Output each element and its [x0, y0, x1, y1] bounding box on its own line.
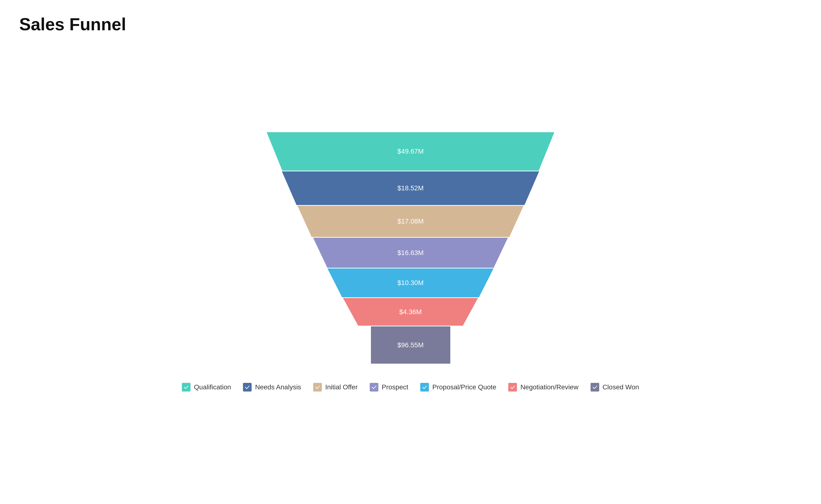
- segment-value-needs-analysis: $18.52M: [397, 184, 424, 192]
- funnel-wrapper: $49.67M $18.52M $17.08M $16.63M $10.30M …: [19, 132, 802, 364]
- legend-checkbox-needs-analysis: [243, 383, 252, 392]
- legend-label-initial-offer: Initial Offer: [325, 383, 358, 391]
- legend-checkbox-prospect: [370, 383, 378, 392]
- funnel-segment-qualification[interactable]: $49.67M: [254, 132, 567, 171]
- segment-value-prospect: $16.63M: [397, 249, 424, 257]
- legend-checkbox-closed-won: [590, 383, 599, 392]
- funnel-segment-prospect[interactable]: $16.63M: [301, 238, 520, 268]
- legend-checkbox-negotiation-review: [508, 383, 517, 392]
- legend-label-closed-won: Closed Won: [602, 383, 639, 391]
- legend-item-negotiation-review[interactable]: Negotiation/Review: [508, 383, 578, 392]
- funnel-segment-needs-analysis[interactable]: $18.52M: [270, 171, 551, 205]
- funnel-segment-proposal-price-quote[interactable]: $10.30M: [316, 268, 506, 297]
- funnel-segment-closed-won[interactable]: $96.55M: [371, 326, 450, 364]
- page-title: Sales Funnel: [19, 14, 802, 34]
- legend-label-prospect: Prospect: [382, 383, 408, 391]
- segment-value-initial-offer: $17.08M: [397, 218, 424, 225]
- legend-checkbox-qualification: [182, 383, 190, 392]
- legend-item-initial-offer[interactable]: Initial Offer: [313, 383, 358, 392]
- segment-value-negotiation-review: $4.36M: [399, 308, 422, 316]
- chart-container: $49.67M $18.52M $17.08M $16.63M $10.30M …: [19, 34, 802, 490]
- segment-value-qualification: $49.67M: [397, 148, 424, 155]
- legend-item-proposal-price-quote[interactable]: Proposal/Price Quote: [420, 383, 496, 392]
- legend-label-qualification: Qualification: [194, 383, 231, 391]
- funnel-segment-negotiation-review[interactable]: $4.36M: [331, 298, 490, 326]
- legend-item-prospect[interactable]: Prospect: [370, 383, 408, 392]
- legend-item-qualification[interactable]: Qualification: [182, 383, 231, 392]
- segment-value-closed-won: $96.55M: [397, 341, 424, 349]
- legend-checkbox-initial-offer: [313, 383, 322, 392]
- legend-label-negotiation-review: Negotiation/Review: [520, 383, 578, 391]
- legend: Qualification Needs Analysis Initial Off…: [182, 383, 639, 392]
- funnel-segment-initial-offer[interactable]: $17.08M: [286, 206, 536, 237]
- segment-value-proposal-price-quote: $10.30M: [397, 279, 424, 287]
- legend-label-proposal-price-quote: Proposal/Price Quote: [432, 383, 496, 391]
- legend-label-needs-analysis: Needs Analysis: [255, 383, 301, 391]
- legend-checkbox-proposal-price-quote: [420, 383, 429, 392]
- legend-item-closed-won[interactable]: Closed Won: [590, 383, 639, 392]
- legend-item-needs-analysis[interactable]: Needs Analysis: [243, 383, 301, 392]
